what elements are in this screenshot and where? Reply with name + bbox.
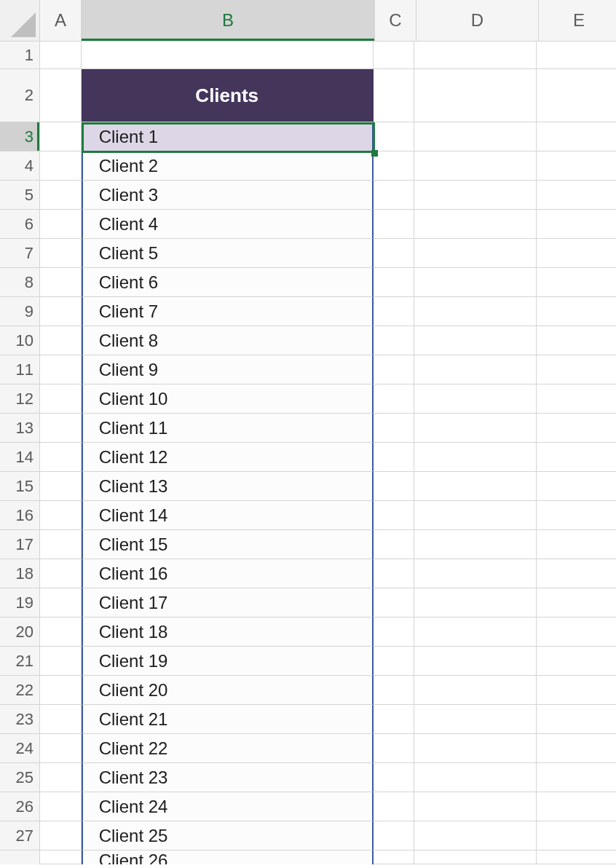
cell-E24[interactable] xyxy=(537,734,616,763)
row-header-22[interactable]: 22 xyxy=(0,676,40,705)
cell-E25[interactable] xyxy=(537,763,616,792)
cell-B25[interactable]: Client 23 xyxy=(82,763,374,792)
cell-D5[interactable] xyxy=(414,181,536,210)
cell-B4[interactable]: Client 2 xyxy=(82,151,374,181)
cell-B17[interactable]: Client 15 xyxy=(82,530,374,559)
cell-D9[interactable] xyxy=(414,297,536,326)
cell-B8[interactable]: Client 6 xyxy=(82,268,374,297)
cell-D17[interactable] xyxy=(414,530,536,559)
cell-C8[interactable] xyxy=(374,268,415,297)
cell-E26[interactable] xyxy=(537,792,616,821)
cell-C6[interactable] xyxy=(374,210,415,239)
cell-B10[interactable]: Client 8 xyxy=(82,326,374,355)
selection-fill-handle[interactable] xyxy=(371,150,378,157)
cell-E18[interactable] xyxy=(537,559,616,588)
cell-D21[interactable] xyxy=(414,647,536,676)
cell-E4[interactable] xyxy=(537,151,616,181)
cell-B23[interactable]: Client 21 xyxy=(82,705,374,734)
cell-C3[interactable] xyxy=(374,122,415,151)
col-header-A[interactable]: A xyxy=(40,0,82,42)
cell-D13[interactable] xyxy=(414,414,536,443)
col-header-E[interactable]: E xyxy=(539,0,616,42)
cell-A20[interactable] xyxy=(40,618,82,647)
cell-A12[interactable] xyxy=(40,384,82,414)
cell-D20[interactable] xyxy=(414,618,536,647)
cell-D7[interactable] xyxy=(414,239,536,268)
cell-E16[interactable] xyxy=(537,501,616,530)
cell-D10[interactable] xyxy=(414,326,536,355)
cell-E2[interactable] xyxy=(537,69,616,122)
cell-C5[interactable] xyxy=(374,181,415,210)
cell-E20[interactable] xyxy=(537,618,616,647)
cell-B21[interactable]: Client 19 xyxy=(82,647,374,676)
cell-D2[interactable] xyxy=(414,69,536,122)
spreadsheet-grid[interactable]: A B C D E 1 2 3 4 5 6 7 8 9 10 11 12 13 … xyxy=(0,0,616,868)
cell-A8[interactable] xyxy=(40,268,82,297)
cell-E10[interactable] xyxy=(537,326,616,355)
col-header-B[interactable]: B xyxy=(82,0,375,42)
cell-D12[interactable] xyxy=(414,384,536,414)
cell-C27[interactable] xyxy=(374,821,415,851)
row-header-13[interactable]: 13 xyxy=(0,414,40,443)
cell-E23[interactable] xyxy=(537,705,616,734)
cell-C17[interactable] xyxy=(374,530,415,559)
cell-E6[interactable] xyxy=(537,210,616,239)
row-header-8[interactable]: 8 xyxy=(0,268,40,297)
cell-B26[interactable]: Client 24 xyxy=(82,792,374,821)
cell-E19[interactable] xyxy=(537,588,616,618)
cell-A9[interactable] xyxy=(40,297,82,326)
cell-C24[interactable] xyxy=(374,734,415,763)
cell-E13[interactable] xyxy=(537,414,616,443)
cell-C21[interactable] xyxy=(374,647,415,676)
cell-A26[interactable] xyxy=(40,792,82,821)
row-header-23[interactable]: 23 xyxy=(0,705,40,734)
row-header-19[interactable]: 19 xyxy=(0,588,40,618)
cell-B5[interactable]: Client 3 xyxy=(82,181,374,210)
cell-C23[interactable] xyxy=(374,705,415,734)
row-header-27[interactable]: 27 xyxy=(0,821,40,851)
cell-B15[interactable]: Client 13 xyxy=(82,472,374,501)
cell-A13[interactable] xyxy=(40,414,82,443)
cell-C4[interactable] xyxy=(374,151,415,181)
row-header-17[interactable]: 17 xyxy=(0,530,40,559)
row-header-21[interactable]: 21 xyxy=(0,647,40,676)
cell-C28[interactable] xyxy=(374,851,415,864)
row-header-4[interactable]: 4 xyxy=(0,151,40,181)
cell-A4[interactable] xyxy=(40,151,82,181)
cell-B12[interactable]: Client 10 xyxy=(82,384,374,414)
cell-A11[interactable] xyxy=(40,355,82,384)
cell-C22[interactable] xyxy=(374,676,415,705)
cell-A1[interactable] xyxy=(40,42,82,69)
cell-C12[interactable] xyxy=(374,384,415,414)
cell-B27[interactable]: Client 25 xyxy=(82,821,374,851)
row-header-18[interactable]: 18 xyxy=(0,559,40,588)
cell-B9[interactable]: Client 7 xyxy=(82,297,374,326)
cell-D23[interactable] xyxy=(414,705,536,734)
cell-C16[interactable] xyxy=(374,501,415,530)
select-all-corner[interactable] xyxy=(0,0,40,42)
cell-D24[interactable] xyxy=(414,734,536,763)
cell-C14[interactable] xyxy=(374,443,415,472)
cell-A15[interactable] xyxy=(40,472,82,501)
cell-B18[interactable]: Client 16 xyxy=(82,559,374,588)
cell-B28[interactable]: Client 26 xyxy=(82,851,374,864)
cell-D3[interactable] xyxy=(414,122,536,151)
cell-E21[interactable] xyxy=(537,647,616,676)
cell-D6[interactable] xyxy=(414,210,536,239)
row-header-7[interactable]: 7 xyxy=(0,239,40,268)
cell-C1[interactable] xyxy=(374,42,415,69)
cell-D15[interactable] xyxy=(414,472,536,501)
row-header-26[interactable]: 26 xyxy=(0,792,40,821)
cell-B13[interactable]: Client 11 xyxy=(82,414,374,443)
cell-B20[interactable]: Client 18 xyxy=(82,618,374,647)
cell-D25[interactable] xyxy=(414,763,536,792)
cell-A3[interactable] xyxy=(40,122,82,151)
cell-A27[interactable] xyxy=(40,821,82,851)
cell-A18[interactable] xyxy=(40,559,82,588)
row-header-2[interactable]: 2 xyxy=(0,69,40,122)
row-header-5[interactable]: 5 xyxy=(0,181,40,210)
cell-D18[interactable] xyxy=(414,559,536,588)
cell-E8[interactable] xyxy=(537,268,616,297)
cell-B24[interactable]: Client 22 xyxy=(82,734,374,763)
cell-C10[interactable] xyxy=(374,326,415,355)
